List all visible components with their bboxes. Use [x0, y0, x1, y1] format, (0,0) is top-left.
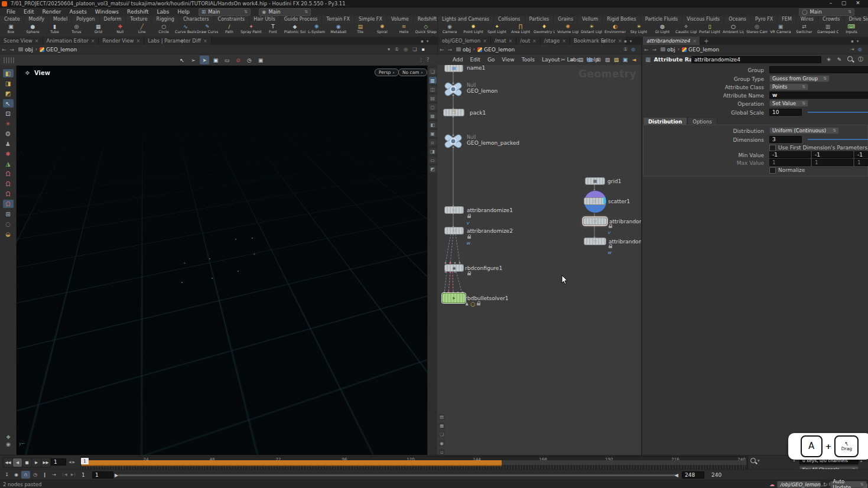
- shelf-tool[interactable]: ▯ Portal Light: [698, 24, 721, 37]
- shelf-tool[interactable]: ☀ Sky Light: [627, 24, 651, 37]
- close-tab-icon[interactable]: ×: [91, 38, 95, 44]
- back-icon[interactable]: ←: [438, 47, 446, 53]
- network-toolbar-icon[interactable]: ▧: [603, 57, 612, 63]
- display-option-icon[interactable]: ▤: [429, 95, 437, 102]
- shelf-tab[interactable]: Vellum: [578, 16, 603, 24]
- pane-tab[interactable]: attribrandomize4 ×: [643, 37, 700, 45]
- left-toolbar-icon[interactable]: ◧: [3, 69, 14, 77]
- path-geo[interactable]: GEO_lemon: [37, 46, 79, 53]
- normalize-checkbox[interactable]: [769, 167, 776, 174]
- shelf-tool[interactable]: ▤ Tile: [349, 24, 371, 37]
- viewport-tool-icon[interactable]: ◷: [245, 56, 254, 64]
- shelf-tool[interactable]: ✸ Point Light: [461, 24, 485, 37]
- update-mode-dropdown[interactable]: Auto Update ⇅: [830, 481, 867, 488]
- menu-item[interactable]: Help: [174, 8, 194, 15]
- shelf-tool[interactable]: ∏ Area Light: [509, 24, 532, 37]
- shelf-tab[interactable]: Viscous Fluids: [682, 16, 724, 24]
- new-tab-button[interactable]: +: [176, 37, 191, 45]
- brush-icon[interactable]: ✎: [835, 57, 844, 63]
- solo-icon[interactable]: ▪: [421, 47, 424, 52]
- view-radial-icon[interactable]: ❖: [25, 70, 30, 76]
- network-menu-item[interactable]: View: [498, 57, 518, 63]
- display-flag[interactable]: [603, 197, 606, 204]
- menu-item[interactable]: Edit: [19, 8, 38, 15]
- close-tab-icon[interactable]: ×: [35, 38, 39, 44]
- link-badge-icon[interactable]: ①: [623, 47, 628, 52]
- shelf-tool[interactable]: ✦ Spot Light: [485, 24, 509, 37]
- shelf-tab[interactable]: Deform: [100, 16, 126, 24]
- close-tab-icon[interactable]: ×: [136, 38, 141, 44]
- shelf-tool[interactable]: T Font: [262, 24, 284, 37]
- min-value-field[interactable]: -1: [854, 151, 868, 158]
- shelf-tool[interactable]: ▦ Grid: [87, 24, 109, 37]
- shelf-tool[interactable]: ╱ Line: [131, 24, 153, 37]
- back-icon[interactable]: ←: [642, 47, 651, 53]
- timeline-ruler[interactable]: 24487296120144168192216240 1: [80, 456, 748, 470]
- shelf-tool[interactable]: ◉ Metaball: [327, 24, 349, 37]
- dropdown-icon[interactable]: ▾: [758, 458, 760, 463]
- shelf-tab[interactable]: Constraints: [214, 16, 250, 24]
- network-toolbar-icon[interactable]: ▦: [586, 57, 594, 63]
- close-tab-icon[interactable]: ×: [532, 38, 537, 44]
- desktop-selector-2[interactable]: ◉ Main ⇅: [259, 8, 311, 16]
- display-option-icon[interactable]: ▦: [429, 112, 437, 119]
- shelf-tool[interactable]: ♦ Geometry Light: [532, 24, 556, 37]
- dimensions-slider[interactable]: [808, 136, 868, 142]
- node-label[interactable]: name1: [467, 65, 485, 71]
- node-label[interactable]: scatter1: [608, 199, 630, 204]
- group-field[interactable]: [769, 66, 868, 73]
- frame-step-buttons[interactable]: ◀▶: [69, 460, 76, 464]
- shelf-tab[interactable]: Lights and Cameras: [438, 16, 494, 24]
- display-option-icon[interactable]: ◩: [429, 165, 437, 173]
- shelf-tab[interactable]: Hair Utils: [249, 16, 280, 24]
- display-option-icon[interactable]: ▣: [429, 130, 437, 137]
- shelf-tool[interactable]: ◎ Stereo Camera: [745, 24, 769, 37]
- range-start-field[interactable]: 1: [92, 471, 113, 479]
- shelf-tool[interactable]: ✎ Draw Curve: [197, 24, 219, 37]
- shelf-tab[interactable]: Guide Process: [280, 16, 322, 24]
- network-strip-icon[interactable]: ◉: [438, 440, 445, 447]
- network-menu-item[interactable]: Add: [449, 57, 466, 63]
- network-strip-icon[interactable]: ▦: [438, 422, 445, 429]
- playbar-option-icon[interactable]: ↧: [2, 471, 11, 479]
- left-toolbar-icon[interactable]: ❖: [6, 434, 11, 440]
- path-obj[interactable]: obj: [658, 46, 678, 53]
- close-tab-icon[interactable]: ×: [618, 38, 622, 44]
- shelf-tab[interactable]: Grains: [554, 16, 578, 24]
- use-first-dimension-checkbox[interactable]: [769, 145, 776, 151]
- viewport-tool-icon[interactable]: ▭: [222, 56, 232, 64]
- shelf-tool[interactable]: ≋ Helix: [393, 24, 415, 37]
- viewport-tool-icon[interactable]: ▣: [211, 56, 220, 64]
- viewport-tool-icon[interactable]: ▣: [256, 56, 265, 64]
- network-menu-item[interactable]: Edit: [466, 57, 483, 63]
- pin-icon[interactable]: ⇥: [850, 47, 854, 52]
- network-strip-icon[interactable]: ❏: [438, 431, 445, 438]
- info-icon[interactable]: ⓘ: [856, 56, 865, 63]
- dimensions-field[interactable]: 3: [769, 136, 802, 143]
- left-toolbar-icon[interactable]: Ω: [3, 200, 14, 208]
- distribution-dropdown[interactable]: Uniform (Continuous) ⇅: [769, 127, 839, 134]
- network-toolbar-icon[interactable]: ◄: [630, 57, 638, 63]
- shelf-tool[interactable]: ◍ GI Light: [651, 24, 674, 37]
- shelf-tab[interactable]: Rigging: [152, 16, 179, 24]
- playbar-option-icon[interactable]: ◷: [31, 471, 40, 479]
- close-tab-icon[interactable]: ×: [693, 38, 697, 44]
- resize-grip[interactable]: [863, 483, 867, 488]
- menu-item[interactable]: File: [2, 8, 19, 15]
- shelf-tool[interactable]: ◆ Platonic Solids: [284, 24, 305, 37]
- network-strip-icon[interactable]: ▫: [438, 449, 445, 455]
- menu-item[interactable]: Windows: [91, 8, 123, 15]
- display-option-icon[interactable]: ❏: [429, 68, 437, 75]
- left-toolbar-icon[interactable]: ◮: [3, 160, 14, 168]
- shelf-tab[interactable]: Particles: [525, 16, 554, 24]
- global-scale-slider[interactable]: [808, 109, 868, 115]
- pane-tab[interactable]: /mat ×: [491, 37, 516, 45]
- left-toolbar-icon[interactable]: ❂: [3, 129, 14, 138]
- radial-menu-icon[interactable]: ◎: [404, 47, 408, 52]
- menu-item[interactable]: Assets: [66, 8, 91, 15]
- node-label[interactable]: attribrandomize1: [467, 207, 513, 213]
- shelf-tool[interactable]: ⌨ Inputs: [840, 24, 863, 37]
- left-toolbar-icon[interactable]: ◒: [3, 230, 14, 238]
- shelf-tool[interactable]: ☀ Distant Light: [580, 24, 603, 37]
- node-rbdconfigure1[interactable]: ◉: [444, 264, 464, 272]
